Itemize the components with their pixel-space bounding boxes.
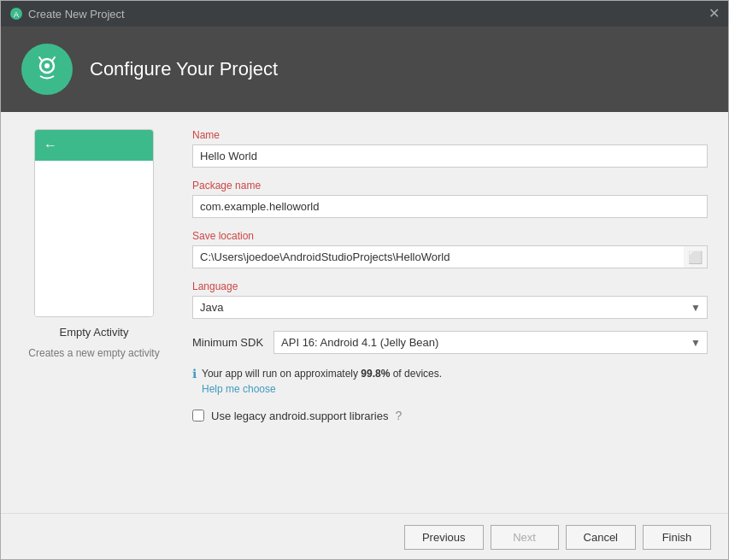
package-input[interactable] [192, 195, 708, 218]
cancel-button[interactable]: Cancel [566, 525, 636, 550]
save-location-label: Save location [192, 230, 708, 242]
save-location-wrapper: ⬜ [192, 245, 708, 268]
package-label: Package name [192, 180, 708, 192]
app-icon: A [9, 7, 23, 21]
name-input[interactable] [192, 144, 708, 168]
header: Configure Your Project [1, 27, 728, 112]
language-label: Language [192, 280, 708, 292]
window-title: Create New Project [28, 8, 125, 21]
phone-body [35, 161, 153, 316]
legacy-checkbox-row: Use legacy android.support libraries ? [192, 409, 708, 422]
form-panel: Name Package name Save location ⬜ Langua… [192, 129, 708, 496]
android-studio-icon [31, 53, 63, 85]
sdk-info-text: Your app will run on approximately 99.8%… [202, 366, 442, 397]
phone-preview-area: ← Empty Activity Creates a new empty act… [21, 129, 167, 496]
previous-button[interactable]: Previous [404, 525, 484, 550]
info-suffix: of devices. [390, 368, 442, 380]
language-select[interactable]: Java Kotlin [192, 296, 708, 319]
folder-icon: ⬜ [688, 251, 703, 264]
help-me-choose-link[interactable]: Help me choose [202, 381, 442, 397]
page-title: Configure Your Project [90, 58, 278, 80]
language-group: Language Java Kotlin ▼ [192, 280, 708, 319]
folder-browse-button[interactable]: ⬜ [684, 245, 708, 268]
phone-back-arrow: ← [44, 138, 57, 153]
sdk-select-wrapper: API 16: Android 4.1 (Jelly Bean) API 21:… [273, 331, 708, 354]
close-button[interactable]: ✕ [708, 7, 720, 21]
finish-button[interactable]: Finish [643, 525, 711, 550]
save-location-input[interactable] [192, 245, 708, 268]
header-logo [21, 44, 73, 95]
phone-header-bar: ← [35, 130, 153, 161]
sdk-select[interactable]: API 16: Android 4.1 (Jelly Bean) API 21:… [273, 331, 708, 354]
phone-frame: ← [34, 129, 154, 317]
next-button[interactable]: Next [491, 525, 559, 550]
save-location-group: Save location ⬜ [192, 230, 708, 268]
sdk-label: Minimum SDK [192, 336, 263, 349]
title-bar-left: A Create New Project [9, 7, 125, 21]
legacy-checkbox-label: Use legacy android.support libraries [211, 410, 388, 422]
legacy-checkbox[interactable] [192, 410, 204, 421]
svg-point-4 [44, 63, 50, 68]
activity-sub-label: Creates a new empty activity [28, 347, 159, 359]
name-label: Name [192, 129, 708, 141]
sdk-row: Minimum SDK API 16: Android 4.1 (Jelly B… [192, 331, 708, 354]
info-percentage: 99.8% [361, 368, 390, 380]
sdk-info-row: ℹ Your app will run on approximately 99.… [192, 366, 708, 397]
activity-name-label: Empty Activity [60, 326, 129, 339]
info-prefix: Your app will run on approximately [202, 368, 361, 380]
title-bar: A Create New Project ✕ [1, 1, 728, 27]
main-content: ← Empty Activity Creates a new empty act… [1, 112, 728, 513]
info-icon: ℹ [192, 367, 197, 380]
legacy-help-icon[interactable]: ? [395, 409, 402, 422]
svg-text:A: A [14, 10, 19, 19]
footer: Previous Next Cancel Finish [1, 513, 728, 560]
package-group: Package name [192, 180, 708, 218]
language-select-wrapper: Java Kotlin ▼ [192, 296, 708, 319]
name-group: Name [192, 129, 708, 168]
